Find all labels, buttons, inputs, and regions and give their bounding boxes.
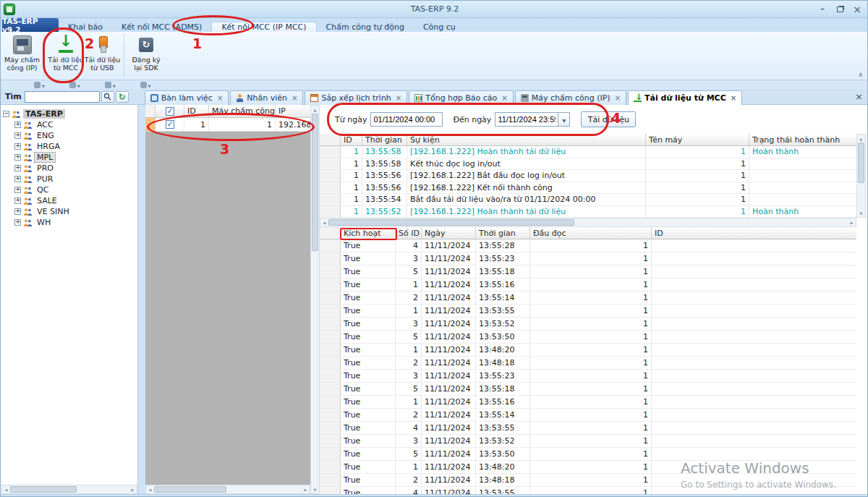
column-header-reader[interactable]: Đầu đọc [530, 227, 652, 239]
tab-close-icon[interactable] [615, 94, 621, 102]
record-row[interactable]: True 5 11/11/2024 13:53:50 1 [320, 448, 856, 461]
tree-node[interactable]: PRO [14, 163, 135, 174]
tree-node[interactable]: ACC [14, 119, 135, 130]
column-header-status[interactable]: Trạng thái hoàn thành [749, 134, 856, 145]
record-row[interactable]: True 1 11/11/2024 13:55:16 1 [320, 396, 856, 409]
tab-close-icon[interactable] [217, 94, 223, 102]
close-button[interactable] [848, 3, 866, 16]
event-row[interactable]: 1 13:55:58 [192.168.1.222] Hoàn thành tả… [320, 146, 856, 158]
document-tab[interactable]: Máy chấm công (IP) [515, 90, 626, 105]
ribbon-collapse-icon[interactable] [858, 71, 863, 78]
expand-icon[interactable] [14, 187, 21, 193]
column-header-event[interactable]: Sự kiện [407, 134, 646, 145]
ribbon-tab[interactable]: Công cụ [414, 22, 465, 32]
record-row[interactable]: True 4 11/11/2024 13:53:55 1 [320, 422, 856, 435]
tab-close-icon[interactable] [292, 94, 297, 102]
maximize-button[interactable] [831, 3, 848, 16]
quick-access-item[interactable] [105, 80, 116, 90]
document-tab[interactable]: Tổng hợp Báo cáo [409, 90, 514, 105]
scroll-down-icon[interactable] [857, 209, 865, 217]
column-header-time[interactable]: Thời gian [362, 134, 407, 145]
document-tab[interactable]: Nhân viên [230, 90, 303, 105]
column-header-date[interactable]: Ngày [422, 227, 476, 239]
document-panel-close-icon[interactable] [855, 91, 863, 102]
document-tab[interactable]: Bàn làm việc [145, 90, 229, 105]
middle-vertical-scrollbar[interactable] [310, 105, 320, 494]
scrollbar-thumb[interactable] [328, 219, 574, 226]
select-all-checkbox[interactable] [166, 107, 174, 116]
event-row[interactable]: 1 13:55:54 Bắt đầu tải dữ liệu vào/ra từ… [320, 194, 856, 206]
scroll-up-icon[interactable] [311, 106, 319, 114]
column-header-id[interactable]: ID [341, 134, 362, 145]
device-row[interactable]: 1 1 192.168.1. [145, 118, 310, 132]
date-dropdown-button[interactable] [558, 112, 570, 127]
expand-icon[interactable] [14, 208, 21, 215]
expand-icon[interactable] [14, 219, 21, 226]
scrollbar-thumb[interactable] [858, 143, 864, 183]
from-date-input[interactable] [370, 112, 443, 127]
event-row[interactable]: 1 13:55:56 [192.168.1.222] Bắt đầu đọc l… [320, 170, 856, 182]
ribbon-tab[interactable]: Khai báo [59, 22, 112, 32]
quick-access-item[interactable] [69, 80, 80, 90]
expand-icon[interactable] [14, 143, 21, 150]
scrollbar-thumb[interactable] [154, 486, 226, 493]
event-row[interactable]: 1 13:55:58 Kết thúc đọc log in/out 1 [320, 158, 856, 171]
record-row[interactable]: True 3 11/11/2024 13:53:52 1 [320, 435, 856, 448]
column-header-machine-name[interactable]: Tên máy [646, 134, 749, 145]
tree-node[interactable]: QC [14, 184, 135, 195]
scrollbar-thumb[interactable] [312, 114, 318, 251]
search-input[interactable] [25, 91, 100, 103]
tab-close-icon[interactable] [501, 94, 507, 102]
panel-splitter[interactable] [138, 105, 145, 494]
column-header-id[interactable]: ID [184, 105, 209, 117]
column-header-active[interactable]: Kích hoạt [341, 227, 396, 239]
ribbon-button[interactable]: Đăng ký lại SDK [128, 33, 164, 77]
record-row[interactable]: True 1 11/11/2024 13:48:20 1 [320, 344, 856, 357]
ribbon-button[interactable]: Máy chấm công (IP) [4, 33, 44, 77]
events-horizontal-scrollbar[interactable] [320, 218, 856, 227]
tree-node[interactable]: ENG [14, 130, 135, 141]
expand-icon[interactable] [14, 197, 21, 204]
record-row[interactable]: True 4 11/11/2024 13:53:55 1 [320, 487, 856, 494]
ribbon-tab[interactable]: Kết nối MCC (IP MCC) [211, 22, 316, 32]
event-row[interactable]: 1 13:55:56 [192.168.1.222] Kết nối thành… [320, 182, 856, 195]
tab-close-icon[interactable] [731, 94, 736, 102]
events-vertical-scrollbar[interactable] [856, 134, 866, 218]
quick-access-item[interactable] [34, 80, 45, 90]
tree-root-node[interactable]: TAS-ERP [3, 109, 135, 119]
record-row[interactable]: True 2 11/11/2024 13:48:18 1 [320, 474, 856, 487]
tree-node[interactable]: WH [14, 217, 135, 228]
document-tab[interactable]: Tải dữ liệu từ MCC [628, 90, 742, 105]
device-grid-horizontal-scrollbar[interactable] [145, 485, 310, 494]
column-header-machine[interactable]: Máy chấm công [209, 105, 276, 117]
scroll-left-icon[interactable] [2, 485, 10, 493]
record-row[interactable]: True 4 11/11/2024 13:55:28 1 [320, 239, 856, 252]
ribbon-button[interactable]: Tải dữ liệu từ USB [84, 33, 124, 77]
scroll-down-icon[interactable] [311, 485, 319, 493]
record-row[interactable]: True 3 11/11/2024 13:55:23 1 [320, 252, 856, 266]
scroll-right-icon[interactable] [129, 485, 137, 493]
column-header-ip[interactable]: IP [276, 105, 310, 117]
tab-close-icon[interactable] [396, 94, 401, 102]
record-row[interactable]: True 2 11/11/2024 13:55:14 1 [320, 292, 856, 305]
record-row[interactable]: True 2 11/11/2024 13:48:18 1 [320, 357, 856, 370]
tree-node[interactable]: HRGA [14, 141, 135, 152]
expand-icon[interactable] [14, 176, 21, 182]
record-row[interactable]: True 1 11/11/2024 13:55:16 1 [320, 279, 856, 292]
scrollbar-thumb[interactable] [10, 486, 77, 493]
tree-node[interactable]: PUR [14, 174, 135, 184]
record-row[interactable]: True 5 11/11/2024 13:55:18 1 [320, 383, 856, 396]
record-row[interactable]: True 1 11/11/2024 13:53:55 1 [320, 305, 856, 318]
scroll-right-icon[interactable] [848, 218, 856, 226]
download-data-button[interactable]: Tải dữ liệu [581, 111, 636, 127]
scroll-right-icon[interactable] [302, 485, 310, 493]
application-menu-button[interactable]: TAS-ERP v9.2 [2, 18, 59, 32]
minimize-button[interactable] [814, 3, 831, 16]
refresh-button[interactable] [116, 91, 129, 103]
record-row[interactable]: True 5 11/11/2024 13:53:50 1 [320, 331, 856, 344]
tree-horizontal-scrollbar[interactable] [1, 485, 137, 494]
device-checkbox[interactable] [166, 120, 174, 129]
record-row[interactable]: True 5 11/11/2024 13:55:18 1 [320, 266, 856, 279]
scroll-left-icon[interactable] [146, 485, 154, 493]
to-date-input[interactable] [495, 112, 558, 127]
